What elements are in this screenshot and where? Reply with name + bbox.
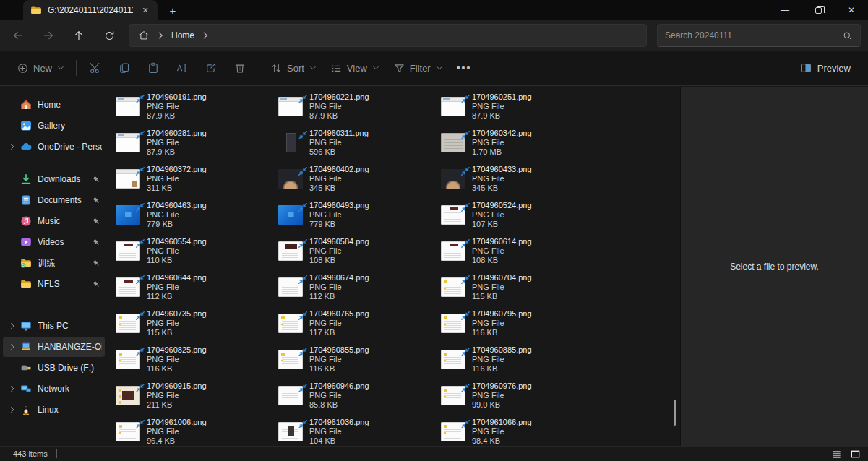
- search-box[interactable]: [657, 24, 861, 47]
- chevron-right-icon[interactable]: [155, 30, 166, 40]
- file-item[interactable]: 1704960493.pngPNG File779 KB: [278, 198, 441, 234]
- breadcrumb[interactable]: Home: [129, 24, 647, 47]
- file-item[interactable]: 1704960311.pngPNG File596 KB: [278, 126, 441, 162]
- file-item[interactable]: 1704960855.pngPNG File116 KB: [278, 342, 441, 379]
- folder-icon: [19, 278, 33, 290]
- cut-icon: [89, 61, 102, 74]
- sidebar-item-hanbangze-opei[interactable]: HANBANGZE-OPEI: [3, 337, 105, 357]
- minimize-button[interactable]: —: [768, 0, 802, 20]
- breadcrumb-segment-home[interactable]: Home: [167, 28, 199, 43]
- file-item[interactable]: 1704960191.pngPNG File87.9 KB: [116, 90, 278, 126]
- file-item[interactable]: 1704960281.pngPNG File87.9 KB: [116, 126, 278, 162]
- file-item[interactable]: 1704961006.pngPNG File96.4 KB: [116, 415, 278, 446]
- pin-icon: [90, 238, 102, 247]
- file-item[interactable]: 1704960765.pngPNG File117 KB: [278, 306, 441, 342]
- sidebar-item-videos[interactable]: Videos: [3, 232, 105, 252]
- cut-button[interactable]: [81, 56, 110, 80]
- back-button[interactable]: [6, 24, 30, 47]
- new-button[interactable]: New: [10, 56, 72, 80]
- file-thumbnail: [116, 97, 140, 116]
- file-thumbnail: [278, 277, 303, 297]
- file-size: 87.9 KB: [309, 111, 369, 121]
- up-button[interactable]: [66, 24, 91, 47]
- file-item[interactable]: 1704960825.pngPNG File116 KB: [116, 342, 278, 379]
- search-input[interactable]: [665, 30, 842, 40]
- delete-button[interactable]: [225, 56, 254, 80]
- new-tab-button[interactable]: +: [163, 1, 182, 19]
- filter-button[interactable]: Filter: [387, 56, 450, 80]
- sidebar-item-onedrive-persona[interactable]: OneDrive - Persona: [3, 137, 105, 157]
- sidebar-item-music[interactable]: Music: [3, 211, 105, 231]
- breadcrumb-home-button[interactable]: [134, 27, 154, 43]
- file-item[interactable]: 1704960976.pngPNG File99.0 KB: [441, 379, 603, 415]
- sidebar-item-documents[interactable]: Documents: [3, 190, 105, 210]
- compressed-overlay-icon: [460, 166, 470, 176]
- file-thumbnail: [116, 422, 140, 441]
- large-icons-view-button[interactable]: [848, 448, 862, 460]
- sidebar-item-nfls[interactable]: NFLS: [3, 274, 105, 294]
- file-explorer-window: G:\20240111\20240111 ✕ + — ✕ Home New: [0, 0, 868, 461]
- share-button[interactable]: [197, 56, 225, 80]
- sidebar-item-gallery[interactable]: Gallery: [3, 116, 105, 136]
- sidebar-item-network[interactable]: Network: [3, 379, 105, 399]
- close-button[interactable]: ✕: [835, 0, 868, 20]
- forward-button[interactable]: [36, 24, 61, 47]
- file-item[interactable]: 1704960915.pngPNG File211 KB: [116, 379, 278, 415]
- explorer-tab[interactable]: G:\20240111\20240111 ✕: [23, 0, 158, 20]
- sidebar-item-usb-drive-f[interactable]: USB Drive (F:): [3, 358, 105, 378]
- copy-button[interactable]: [110, 56, 139, 80]
- file-item[interactable]: 1704960463.pngPNG File779 KB: [116, 198, 278, 234]
- file-size: 311 KB: [147, 184, 207, 193]
- file-name: 1704960554.png: [147, 237, 207, 246]
- file-thumbnail: [278, 422, 303, 441]
- paste-button[interactable]: [139, 56, 168, 80]
- sort-button[interactable]: Sort: [264, 56, 324, 80]
- chevron-right-icon[interactable]: [6, 322, 19, 330]
- chevron-right-icon[interactable]: [200, 30, 210, 40]
- chevron-right-icon[interactable]: [6, 384, 19, 393]
- details-view-button[interactable]: [829, 448, 843, 460]
- file-item[interactable]: 1704960795.pngPNG File116 KB: [441, 306, 603, 342]
- file-item[interactable]: 1704960524.pngPNG File107 KB: [441, 198, 603, 234]
- sidebar-item-[interactable]: 训练: [3, 253, 105, 273]
- search-icon[interactable]: [842, 30, 853, 41]
- restore-button[interactable]: [802, 0, 835, 20]
- tab-close-icon[interactable]: ✕: [139, 4, 152, 17]
- chevron-right-icon[interactable]: [6, 405, 19, 414]
- file-type: PNG File: [147, 102, 207, 111]
- sidebar-item-this-pc[interactable]: This PC: [3, 316, 105, 336]
- file-item[interactable]: 1704960704.pngPNG File115 KB: [441, 270, 603, 306]
- file-item[interactable]: 1704961036.pngPNG File104 KB: [278, 415, 441, 446]
- file-item[interactable]: 1704960885.pngPNG File116 KB: [441, 342, 603, 379]
- sidebar-item-linux[interactable]: Linux: [3, 400, 105, 420]
- vertical-scrollbar[interactable]: [674, 400, 676, 426]
- sidebar-list: HomeGalleryOneDrive - PersonaDownloadsDo…: [0, 95, 108, 420]
- view-button[interactable]: View: [324, 56, 387, 80]
- file-item[interactable]: 1704960644.pngPNG File112 KB: [116, 270, 278, 306]
- file-item[interactable]: 1704961066.pngPNG File98.4 KB: [441, 415, 603, 446]
- file-type: PNG File: [147, 427, 207, 436]
- file-item[interactable]: 1704960221.pngPNG File87.9 KB: [278, 90, 441, 126]
- refresh-button[interactable]: [97, 24, 121, 47]
- sidebar-item-home[interactable]: Home: [3, 95, 105, 115]
- file-item[interactable]: 1704960614.pngPNG File108 KB: [441, 234, 603, 270]
- sidebar-item-downloads[interactable]: Downloads: [3, 169, 105, 189]
- file-type: PNG File: [147, 138, 207, 147]
- file-item[interactable]: 1704960584.pngPNG File108 KB: [278, 234, 441, 270]
- compressed-overlay-icon: [135, 166, 145, 176]
- chevron-right-icon[interactable]: [6, 342, 19, 351]
- file-item[interactable]: 1704960372.pngPNG File311 KB: [116, 162, 278, 198]
- file-item[interactable]: 1704960674.pngPNG File112 KB: [278, 270, 441, 306]
- file-item[interactable]: 1704960342.pngPNG File1.70 MB: [441, 126, 603, 162]
- rename-button[interactable]: [168, 56, 197, 80]
- preview-toggle-button[interactable]: Preview: [792, 56, 858, 80]
- file-item[interactable]: 1704960946.pngPNG File85.8 KB: [278, 379, 441, 415]
- file-thumbnail: [278, 97, 303, 116]
- file-item[interactable]: 1704960554.pngPNG File110 KB: [116, 234, 278, 270]
- chevron-right-icon[interactable]: [6, 142, 19, 151]
- file-item[interactable]: 1704960251.pngPNG File87.9 KB: [441, 90, 603, 126]
- file-item[interactable]: 1704960402.pngPNG File345 KB: [278, 162, 441, 198]
- file-item[interactable]: 1704960735.pngPNG File115 KB: [116, 306, 278, 342]
- file-item[interactable]: 1704960433.pngPNG File345 KB: [441, 162, 603, 198]
- more-options-button[interactable]: •••: [450, 56, 478, 80]
